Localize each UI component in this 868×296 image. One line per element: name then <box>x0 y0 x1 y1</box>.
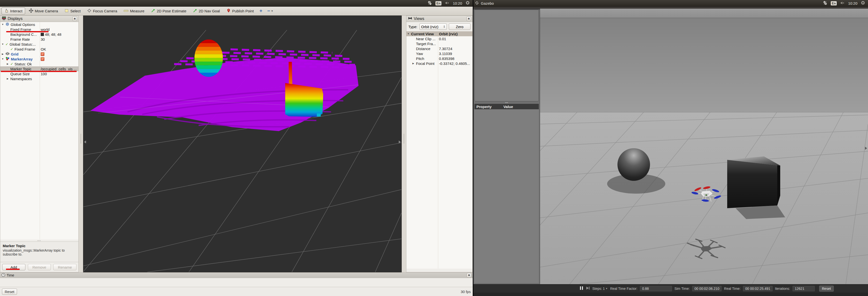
view-prop-focal-point[interactable]: ▶Focal Point-0.33742; 0.4605... <box>406 61 472 66</box>
current-view-header[interactable]: ▼Current ViewOrbit (rviz) <box>406 31 472 36</box>
spinner-icon[interactable]: ▲▼ <box>443 25 445 28</box>
remove-tool-button[interactable]: −▼ <box>265 8 275 14</box>
tool-measure[interactable]: Measure <box>121 7 147 14</box>
display-row-global-status-[interactable]: ▼✓Global Status:... <box>0 42 79 47</box>
grid-icon <box>5 52 10 56</box>
network-updown-icon[interactable] <box>428 1 432 6</box>
expander-open-icon[interactable]: ▼ <box>1 23 4 26</box>
gazebo-reset-button[interactable]: Reset <box>819 286 834 292</box>
octomap-wall <box>285 83 323 117</box>
display-row-marker-topic[interactable]: Marker Topic/occupied_cells_vis ... <box>0 66 79 71</box>
tool-2d-nav-goal[interactable]: 2D Nav Goal <box>190 7 223 14</box>
display-row-queue-size[interactable]: Queue Size100 <box>0 71 79 76</box>
views-buttons <box>406 269 472 272</box>
move-camera-icon <box>29 8 33 13</box>
expander-closed-icon[interactable]: ▶ <box>412 62 415 65</box>
displays-tree: ▼Global OptionsFixed FrameworldBackgroun… <box>0 22 79 239</box>
row-label: Fixed Frame <box>10 27 31 32</box>
expander-open-icon[interactable]: ▼ <box>407 33 410 35</box>
view-prop-pitch[interactable]: Pitch0.835398 <box>406 56 472 61</box>
step-icon[interactable] <box>586 286 590 291</box>
expander-open-icon[interactable]: ▼ <box>1 43 4 46</box>
displays-add-button[interactable]: Add <box>2 264 25 270</box>
close-icon[interactable]: ✖ <box>72 17 77 21</box>
ubuntu-panel-left: En 10:20 <box>0 0 473 7</box>
pose-arrow-icon <box>151 8 155 13</box>
reset-button[interactable]: Reset <box>2 289 17 295</box>
view-prop-distance[interactable]: Distance7.30724 <box>406 46 472 51</box>
sound-muted-icon[interactable] <box>445 1 449 5</box>
view-prop-yaw[interactable]: Yaw3.11039 <box>406 51 472 56</box>
rviz-3d-viewport[interactable] <box>83 16 402 272</box>
app-menu-title[interactable]: Gazebo <box>481 1 494 5</box>
close-icon[interactable]: ✖ <box>467 17 471 21</box>
gazebo-3d-viewport[interactable] <box>540 18 868 284</box>
row-label: Background C... <box>10 32 37 36</box>
zero-button[interactable]: Zero <box>449 24 470 30</box>
chevron-down-icon: ▼ <box>606 287 608 290</box>
fps-label: 30 fps <box>461 290 471 294</box>
view-prop-near-clip-[interactable]: Near Clip ...0.01 <box>406 36 472 41</box>
row-value: world <box>41 27 50 32</box>
pause-icon[interactable] <box>580 286 583 291</box>
close-icon[interactable]: ✖ <box>467 273 471 277</box>
tool-2d-pose-estimate[interactable]: 2D Pose Estimate <box>148 7 189 14</box>
display-row-grid[interactable]: ▶Grid✓ <box>0 52 79 57</box>
property-table-body[interactable] <box>474 109 539 283</box>
display-row-background-c-[interactable]: Background C...48; 48; 48 <box>0 32 79 37</box>
gazebo-toolbar <box>540 9 868 18</box>
rviz-scene <box>83 16 401 272</box>
tool-select[interactable]: Select <box>62 7 83 14</box>
tool-focus-camera[interactable]: Focus Camera <box>84 7 120 14</box>
expander-closed-icon[interactable]: ▶ <box>6 78 9 80</box>
clock[interactable]: 10:20 <box>848 1 858 5</box>
sound-muted-icon[interactable] <box>840 1 844 5</box>
row-label: Grid <box>11 52 19 56</box>
expander-open-icon[interactable]: ▼ <box>1 58 4 60</box>
keyboard-layout-indicator[interactable]: En <box>831 1 837 5</box>
view-prop-target-fra-[interactable]: Target Fra... <box>406 41 472 46</box>
session-gear-icon[interactable] <box>861 1 865 6</box>
display-row-status-ok[interactable]: ▶✓Status: Ok <box>0 61 79 66</box>
unit-sphere[interactable] <box>617 148 650 181</box>
panel-resize-handle[interactable] <box>79 16 83 272</box>
clock[interactable]: 10:20 <box>453 1 462 5</box>
sim-time-label: Sim Time: <box>675 287 690 291</box>
enabled-checkbox[interactable]: ✓ <box>41 57 44 61</box>
keyboard-layout-indicator[interactable]: En <box>435 1 442 5</box>
panel-splitter[interactable]: ▪▪▪ <box>0 239 79 241</box>
steps-control[interactable]: Steps: 1 ▼ <box>592 287 608 291</box>
network-updown-icon[interactable] <box>823 1 827 6</box>
display-row-fixed-frame[interactable]: Fixed Frameworld <box>0 27 79 32</box>
display-row-namespaces[interactable]: ▶Namespaces <box>0 76 79 81</box>
status-ok-icon: ✓ <box>5 42 8 46</box>
type-label: Type: <box>408 25 417 29</box>
view-type-combo[interactable]: Orbit (rviz) ▲▼ <box>420 24 447 30</box>
row-label: Status: Ok <box>14 62 32 66</box>
tool-interact[interactable]: Interact <box>1 7 25 14</box>
display-row-markerarray[interactable]: ▼MarkerArray✓ <box>0 57 79 61</box>
measure-icon <box>124 8 128 13</box>
display-row-global-options[interactable]: ▼Global Options <box>0 22 79 27</box>
tool-move-camera[interactable]: Move Camera <box>26 7 61 14</box>
gazebo-world-tree <box>474 10 539 101</box>
add-tool-button[interactable]: + <box>257 8 265 14</box>
expander-closed-icon[interactable]: ▶ <box>6 63 9 65</box>
clock-icon <box>1 273 5 277</box>
display-row-fixed-frame[interactable]: ✓Fixed FrameOK <box>0 47 79 52</box>
expander-closed-icon[interactable]: ▶ <box>1 53 4 55</box>
row-value: 30 <box>41 37 45 41</box>
session-gear-icon[interactable] <box>466 1 470 6</box>
display-row-frame-rate[interactable]: Frame Rate30 <box>0 37 79 42</box>
row-label: Namespaces <box>10 77 32 81</box>
tool-publish-point[interactable]: Publish Point <box>224 7 257 14</box>
row-value: 48; 48; 48 <box>45 32 61 36</box>
enabled-checkbox[interactable]: ✓ <box>41 52 44 56</box>
gazebo-app-icon <box>475 1 479 6</box>
unit-box[interactable] <box>727 160 777 208</box>
monitor-rviz: En 10:20 InteractMove CameraSelectFocus … <box>0 0 473 296</box>
octomap-wall-spike <box>288 62 292 85</box>
panel-splitter[interactable]: ▪▪▪ <box>473 101 540 104</box>
panel-resize-handle[interactable] <box>402 16 406 272</box>
gazebo-left-panel: ▪▪▪ Property Value <box>473 9 540 284</box>
